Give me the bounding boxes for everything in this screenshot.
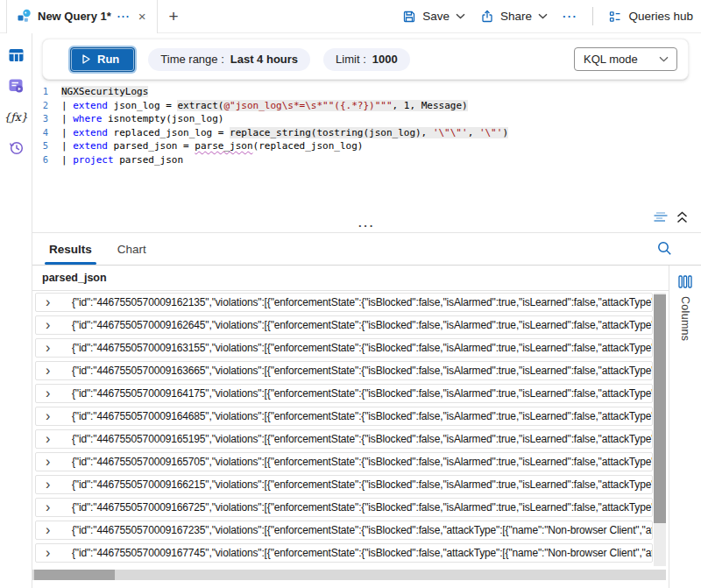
share-label: Share — [500, 10, 532, 23]
save-button[interactable]: Save — [402, 10, 465, 24]
line-number: 1 — [32, 85, 61, 99]
columns-icon — [678, 275, 692, 288]
query-toolbar: Run Time range : Last 4 hours Limit : 10… — [42, 39, 689, 80]
vertical-scrollbar[interactable] — [654, 293, 666, 566]
share-button[interactable]: Share — [480, 10, 548, 24]
code-line: 2 | extend json_log = extract(@"json_log… — [32, 99, 701, 113]
dashboards-icon[interactable] — [7, 77, 25, 95]
topbar-divider — [592, 7, 593, 25]
table-row[interactable]: ›{"id":"4467550570009167235","violations… — [35, 521, 653, 540]
save-label: Save — [422, 10, 450, 23]
time-range-label: Time range : — [160, 53, 224, 66]
query-tab[interactable]: New Query 1* ··· × — [6, 0, 158, 33]
columns-panel-label: Columns — [679, 296, 691, 341]
kql-code-editor[interactable]: 1 NGXSecurityLogs 2 | extend json_log = … — [32, 85, 701, 218]
queries-hub-button[interactable]: Queries hub — [608, 10, 693, 24]
table-row[interactable]: ›{"id":"4467550570009164175","violations… — [35, 384, 653, 403]
limit-picker[interactable]: Limit : 1000 — [323, 48, 410, 71]
share-icon — [480, 10, 494, 24]
run-button[interactable]: Run — [70, 47, 135, 72]
limit-label: Limit : — [336, 53, 366, 66]
share-chevron-down-icon — [538, 13, 548, 19]
more-actions-button[interactable]: ··· — [563, 10, 578, 23]
editor-results-splitter[interactable]: ··· — [32, 220, 701, 233]
limit-value: 1000 — [372, 53, 398, 66]
results-layout-icon[interactable] — [653, 211, 669, 223]
code-line: 4 | extend replaced_json_log = replace_s… — [32, 126, 701, 140]
tab-results[interactable]: Results — [49, 243, 92, 265]
queries-hub-label: Queries hub — [628, 10, 693, 23]
functions-icon[interactable]: {ƒx} — [7, 108, 25, 125]
adx-query-window: New Query 1* ··· × + Save — [0, 0, 701, 588]
horizontal-scrollbar[interactable] — [32, 570, 666, 580]
queries-hub-icon — [608, 10, 622, 24]
time-range-picker[interactable]: Time range : Last 4 hours — [148, 48, 310, 71]
time-range-value: Last 4 hours — [230, 53, 298, 66]
play-icon — [82, 54, 90, 64]
collapse-editor-icon[interactable] — [676, 211, 688, 223]
tab-close-icon[interactable]: × — [137, 10, 148, 23]
tab-title: New Query 1* — [38, 10, 111, 23]
code-line: 1 NGXSecurityLogs — [32, 85, 701, 99]
line-number: 4 — [32, 126, 61, 140]
adx-app-icon — [17, 9, 32, 24]
search-icon[interactable] — [657, 241, 672, 256]
results-grid: ›{"id":"4467550570009162135","violations… — [35, 293, 653, 566]
new-tab-button[interactable]: + — [169, 7, 179, 26]
table-row[interactable]: ›{"id":"4467550570009163155","violations… — [35, 338, 653, 358]
table-row[interactable]: ›{"id":"4467550570009163665","violations… — [35, 361, 653, 380]
table-row[interactable]: ›{"id":"4467550570009165195","violations… — [35, 429, 653, 449]
table-row[interactable]: ›{"id":"4467550570009166215","violations… — [35, 475, 653, 494]
top-tab-bar: New Query 1* ··· × + Save — [0, 0, 701, 33]
topbar-actions: Save Share ··· — [402, 7, 701, 25]
tab-chart[interactable]: Chart — [117, 243, 146, 265]
line-number: 2 — [32, 99, 61, 113]
code-line: 3 | where isnotempty(json_log) — [32, 112, 701, 126]
tab-more-button[interactable]: ··· — [117, 11, 131, 23]
vertical-scrollbar-thumb[interactable] — [654, 294, 666, 523]
line-number: 6 — [32, 153, 61, 167]
table-row[interactable]: ›{"id":"4467550570009167745","violations… — [35, 543, 653, 563]
data-tables-icon[interactable] — [7, 46, 25, 64]
columns-side-panel[interactable]: Columns — [669, 266, 701, 588]
save-chevron-down-icon — [456, 13, 465, 19]
table-row[interactable]: ›{"id":"4467550570009164685","violations… — [35, 407, 653, 426]
table-row[interactable]: ›{"id":"4467550570009162135","violations… — [35, 293, 653, 312]
line-number: 5 — [32, 139, 61, 153]
splitter-handle-icon[interactable]: ··· — [358, 224, 375, 228]
table-row[interactable]: ›{"id":"4467550570009165705","violations… — [35, 452, 653, 471]
table-row[interactable]: ›{"id":"4467550570009166725","violations… — [35, 498, 653, 517]
column-header-parsed-json[interactable]: parsed_json — [32, 266, 669, 291]
query-mode-value: KQL mode — [584, 53, 638, 66]
query-history-icon[interactable] — [7, 138, 25, 156]
editor-footer-actions — [653, 211, 688, 223]
run-label: Run — [97, 53, 119, 66]
code-line: 5 | extend parsed_json = parse_json(repl… — [32, 139, 701, 153]
left-navigation-rail: {ƒx} — [0, 33, 32, 588]
mode-chevron-down-icon — [659, 56, 669, 62]
query-mode-select[interactable]: KQL mode — [574, 47, 677, 71]
code-line: 6 | project parsed_json — [32, 153, 701, 167]
results-tabs: Results Chart — [32, 233, 701, 266]
results-panel: Results Chart parsed_json ›{"id":"446755… — [32, 233, 701, 588]
horizontal-scrollbar-thumb[interactable] — [34, 570, 115, 580]
table-row[interactable]: ›{"id":"4467550570009162645","violations… — [35, 315, 653, 335]
save-icon — [402, 10, 416, 24]
line-number: 3 — [32, 112, 61, 126]
